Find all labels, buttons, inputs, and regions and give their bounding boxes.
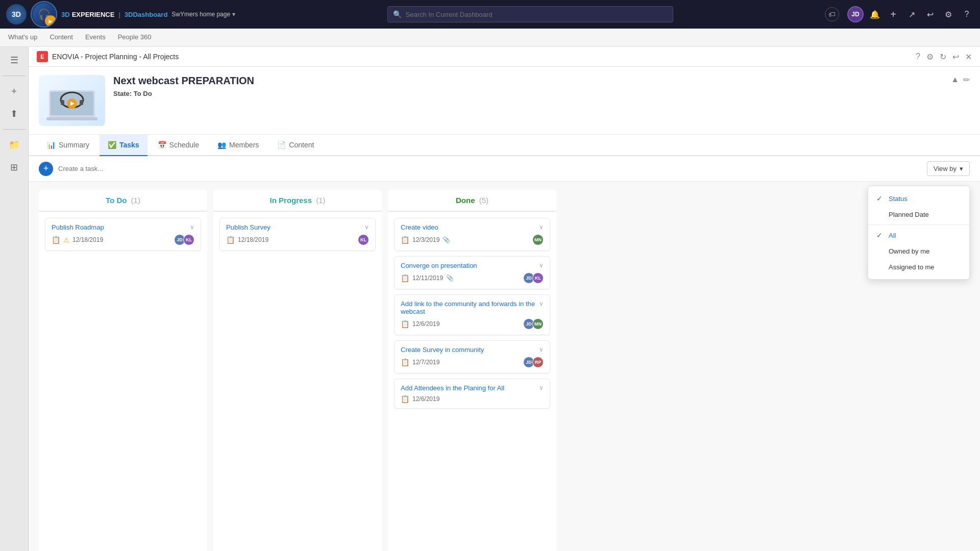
expand-icon[interactable]: ∨	[539, 223, 544, 231]
task-card: Add Attendees in the Planing for All ∨ 📋…	[394, 379, 550, 409]
settings-btn[interactable]: ⚙	[926, 52, 934, 62]
help-btn[interactable]: ?	[916, 52, 920, 61]
chevron-down-icon: ▾	[960, 165, 963, 172]
dropdown-item-assigned[interactable]: Assigned to me	[868, 259, 969, 275]
avatar: KL	[532, 272, 544, 284]
community-icon[interactable]: ↩	[923, 7, 937, 21]
svg-rect-4	[80, 100, 83, 105]
tab-schedule[interactable]: 📅 Schedule	[150, 135, 207, 156]
expand-icon[interactable]: ∨	[539, 346, 544, 353]
project-info: Next webcast PREPARATION State: To Do	[113, 75, 970, 97]
column-todo-header: To Do (1)	[39, 190, 207, 212]
task-title[interactable]: Add Attendees in the Planing for All	[401, 384, 504, 392]
main-container: ☰ + ⬆ 📁 ⊞ E ENOVIA - Project Planning - …	[0, 47, 980, 551]
task-title[interactable]: Add link to the community and forwards i…	[401, 300, 539, 315]
sidebar-upload-btn[interactable]: ⬆	[5, 105, 23, 123]
notification-icon[interactable]: 🔔	[868, 7, 882, 21]
add-task-button[interactable]: +	[39, 162, 53, 176]
task-avatars: JD RP	[523, 357, 544, 368]
dropdown-item-planned-date[interactable]: Planned Date	[868, 207, 969, 222]
tab-summary[interactable]: 📊 Summary	[39, 135, 97, 156]
task-card: Create Survey in community ∨ 📋 12/7/2019…	[394, 340, 550, 373]
content-area: E ENOVIA - Project Planning - All Projec…	[29, 47, 980, 551]
sub-navigation: What's up Content Events People 360	[0, 29, 980, 47]
tag-icon[interactable]: 🏷	[825, 7, 839, 21]
dropdown-item-status[interactable]: ✓ Status	[868, 190, 969, 207]
dropdown-item-all[interactable]: ✓ All	[868, 227, 969, 243]
collapse-btn[interactable]: ▲	[951, 75, 959, 85]
task-title[interactable]: Converge on presentation	[401, 262, 477, 269]
dropdown-divider	[868, 224, 969, 225]
task-meta: 📋 12/6/2019	[401, 395, 544, 403]
subnav-events[interactable]: Events	[85, 33, 106, 42]
app-logo[interactable]: 3D	[6, 4, 27, 24]
task-type-icon: 📋	[401, 320, 409, 328]
avatar: KL	[183, 234, 194, 245]
dropdown-item-owned[interactable]: Owned by me	[868, 243, 969, 259]
expand-icon[interactable]: ∨	[364, 223, 369, 231]
column-inprogress: In Progress (1) Publish Survey ∨ 📋 12/18…	[213, 190, 382, 551]
sidebar-folder-btn[interactable]: 📁	[5, 136, 23, 154]
schedule-icon: 📅	[158, 141, 166, 149]
expand-icon[interactable]: ∨	[539, 262, 544, 269]
search-bar[interactable]: 🔍	[387, 6, 673, 22]
task-meta: 📋 12/7/2019 JD RP	[401, 357, 544, 368]
task-avatars: KL	[358, 234, 369, 245]
column-todo-body: Publish Roadmap ∨ 📋 ⚠ 12/18/2019 JD KL	[39, 212, 207, 551]
sidebar-divider-1	[3, 76, 26, 76]
chevron-down-icon: ▾	[232, 11, 235, 18]
check-icon: ✓	[876, 194, 885, 203]
add-icon[interactable]: +	[886, 7, 900, 21]
task-title[interactable]: Create Survey in community	[401, 346, 484, 354]
tab-members[interactable]: 👥 Members	[209, 135, 267, 156]
sidebar-add-btn[interactable]: +	[5, 82, 23, 101]
header-actions: ? ⚙ ↻ ↩ ✕	[916, 52, 972, 62]
kanban-board: To Do (1) Publish Roadmap ∨ 📋 ⚠ 12/18/20	[29, 182, 980, 551]
share-icon[interactable]: ↗	[904, 7, 919, 21]
expand-icon[interactable]: ∨	[190, 223, 194, 231]
project-title: Next webcast PREPARATION	[113, 75, 970, 87]
task-title[interactable]: Publish Roadmap	[52, 223, 104, 231]
task-meta: 📋 12/3/2019 📎 MN	[401, 234, 544, 245]
close-btn[interactable]: ✕	[965, 52, 972, 62]
sidebar-expand-btn[interactable]: ☰	[5, 51, 23, 69]
task-date: 12/6/2019	[412, 395, 439, 403]
dropdown-section-filter: ✓ All Owned by me Assigned to me	[868, 227, 969, 275]
view-by-dropdown: ✓ Status Planned Date ✓ All	[868, 186, 970, 280]
play-badge: ▶	[45, 15, 56, 27]
app-icon[interactable]: 🎧 ▶	[31, 1, 57, 28]
search-input[interactable]	[406, 11, 668, 18]
home-page-selector[interactable]: SwYmers home page ▾	[172, 11, 235, 18]
user-avatar[interactable]: JD	[847, 6, 864, 22]
avatar: KL	[358, 234, 369, 245]
tools-icon[interactable]: ⚙	[941, 7, 955, 21]
task-meta: 📋 12/6/2019 JD MN	[401, 318, 544, 330]
column-inprogress-header: In Progress (1)	[213, 190, 382, 212]
refresh-btn[interactable]: ↻	[940, 52, 946, 62]
project-thumbnail	[39, 75, 105, 126]
search-icon: 🔍	[393, 10, 402, 18]
create-task-input[interactable]	[58, 165, 922, 172]
view-by-button[interactable]: View by ▾	[927, 161, 970, 176]
task-date: 12/18/2019	[72, 236, 103, 243]
task-avatars: JD KL	[523, 272, 544, 284]
sidebar-grid-btn[interactable]: ⊞	[5, 158, 23, 177]
subnav-people360[interactable]: People 360	[118, 33, 152, 42]
task-meta: 📋 ⚠ 12/18/2019 JD KL	[52, 234, 194, 245]
expand-icon[interactable]: ∨	[539, 384, 544, 391]
content-icon: 📄	[277, 141, 286, 149]
avatar: RP	[532, 357, 544, 368]
expand-icon[interactable]: ∨	[539, 300, 544, 307]
task-card: Publish Roadmap ∨ 📋 ⚠ 12/18/2019 JD KL	[45, 218, 201, 251]
subnav-content[interactable]: Content	[50, 33, 73, 42]
tab-content[interactable]: 📄 Content	[269, 135, 322, 156]
task-title[interactable]: Publish Survey	[226, 223, 271, 231]
tab-tasks[interactable]: ✅ Tasks	[100, 135, 148, 156]
task-avatars: JD KL	[174, 234, 194, 245]
back-btn[interactable]: ↩	[952, 52, 959, 62]
tasks-icon: ✅	[108, 141, 116, 149]
edit-btn[interactable]: ✏	[963, 75, 970, 85]
subnav-whatsup[interactable]: What's up	[8, 33, 37, 42]
task-title[interactable]: Create video	[401, 223, 438, 231]
help-icon[interactable]: ?	[960, 7, 974, 21]
